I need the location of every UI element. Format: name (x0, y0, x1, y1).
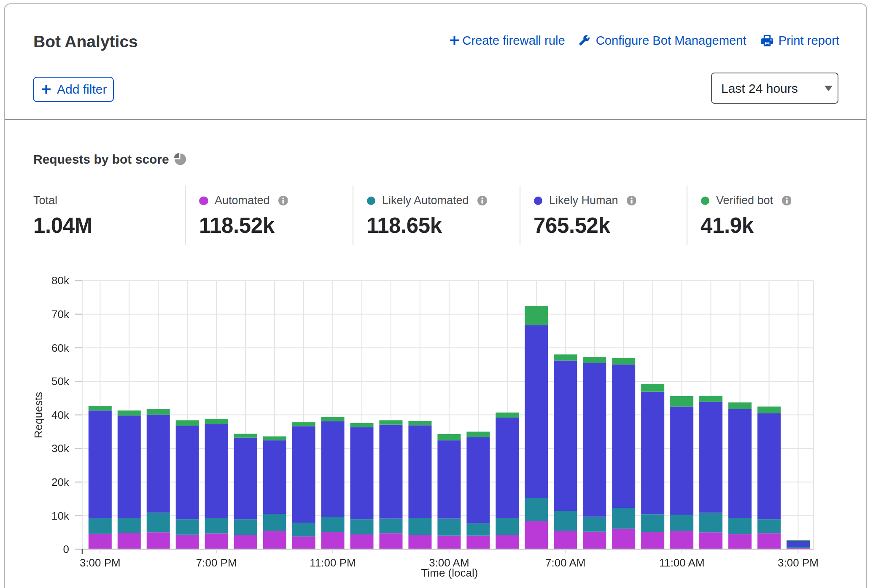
svg-text:3:00 PM: 3:00 PM (80, 556, 121, 569)
svg-text:7:00 PM: 7:00 PM (196, 556, 237, 569)
svg-text:20k: 20k (51, 476, 70, 488)
svg-text:Requests: Requests (32, 392, 45, 438)
svg-text:11:00 AM: 11:00 AM (659, 556, 705, 569)
svg-text:30k: 30k (51, 442, 70, 455)
svg-text:70k: 70k (51, 308, 70, 321)
svg-text:80k: 80k (51, 274, 70, 287)
svg-text:Time (local): Time (local) (421, 566, 478, 579)
svg-text:60k: 60k (51, 342, 70, 354)
svg-text:40k: 40k (51, 409, 70, 421)
svg-text:0: 0 (63, 543, 69, 556)
svg-text:7:00 AM: 7:00 AM (545, 556, 585, 569)
svg-text:11:00 PM: 11:00 PM (310, 556, 356, 569)
svg-text:10k: 10k (51, 510, 70, 522)
svg-text:50k: 50k (51, 375, 70, 388)
svg-text:3:00 PM: 3:00 PM (778, 556, 819, 569)
